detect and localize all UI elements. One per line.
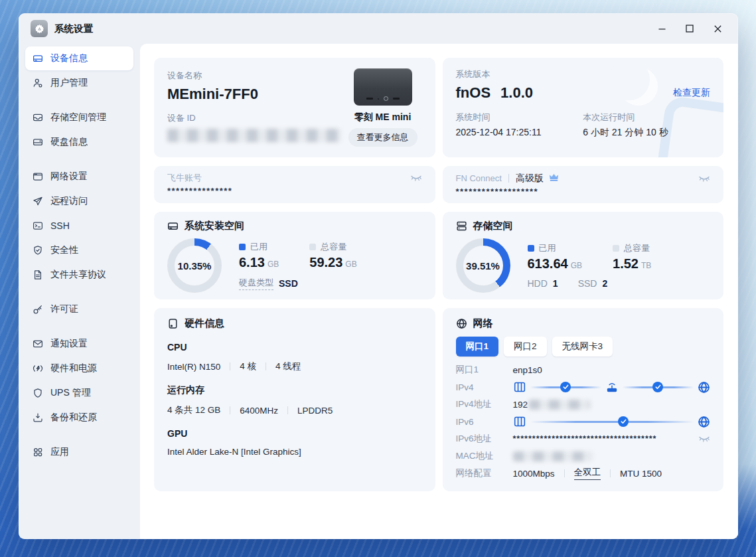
disk-type-label: 硬盘类型 bbox=[239, 277, 273, 290]
cpu-model: Intel(R) N150 bbox=[167, 362, 220, 372]
sidebar: 设备信息 用户管理 存储空间管理 硬盘信息 bbox=[19, 44, 140, 539]
total-unit: GB bbox=[345, 260, 356, 269]
maximize-button[interactable] bbox=[676, 17, 704, 40]
ipv4-address-prefix: 192 bbox=[513, 400, 528, 410]
sidebar-item-backup-restore[interactable]: 备份和还原 bbox=[25, 406, 133, 430]
minimize-button[interactable] bbox=[648, 17, 676, 40]
eye-closed-icon[interactable] bbox=[698, 174, 710, 183]
sidebar-item-user-management[interactable]: 用户管理 bbox=[25, 71, 133, 95]
ipv4-label: IPv4 bbox=[456, 381, 513, 393]
view-more-button[interactable]: 查看更多信息 bbox=[348, 128, 417, 147]
sidebar-item-ups[interactable]: UPS 管理 bbox=[25, 381, 133, 405]
sidebar-item-file-sharing[interactable]: 文件共享协议 bbox=[25, 263, 133, 287]
used-legend-swatch bbox=[528, 245, 534, 252]
sidebar-item-disk-info[interactable]: 硬盘信息 bbox=[25, 130, 133, 154]
terminal-icon bbox=[33, 220, 43, 231]
network-card: 网络 网口1 网口2 无线网卡3 网口1 enp1s0 IPv4 bbox=[443, 308, 724, 491]
total-legend-swatch bbox=[309, 244, 316, 250]
eye-closed-icon[interactable] bbox=[410, 173, 422, 183]
os-name: fnOS bbox=[456, 84, 491, 102]
ssd-label: SSD bbox=[578, 278, 597, 289]
backup-icon bbox=[33, 412, 43, 423]
router-icon bbox=[605, 381, 619, 394]
sidebar-item-label: 文件共享协议 bbox=[50, 269, 106, 281]
uptime-label: 本次运行时间 bbox=[583, 112, 710, 123]
eye-closed-icon[interactable] bbox=[698, 434, 710, 443]
fn-account-value: *************** bbox=[167, 186, 422, 196]
ssd-count: 2 bbox=[602, 278, 607, 289]
fn-connect-card: FN Connect 高级版 ******************* bbox=[443, 166, 724, 203]
device-photo bbox=[354, 68, 412, 106]
network-tabs: 网口1 网口2 无线网卡3 bbox=[456, 337, 711, 357]
crown-icon bbox=[548, 172, 560, 185]
ram-speed: 6400MHz bbox=[240, 406, 278, 416]
device-model: 零刻 ME mini bbox=[354, 112, 412, 123]
fn-connect-value: ******************* bbox=[456, 187, 711, 197]
total-value: 59.23 bbox=[309, 255, 342, 270]
ipv4-address-label: IPv4地址 bbox=[456, 398, 513, 410]
duplex-mode: 全双工 bbox=[574, 467, 601, 480]
mtu: MTU 1500 bbox=[620, 469, 662, 479]
check-icon bbox=[560, 382, 571, 392]
shield-check-icon bbox=[33, 245, 43, 256]
sidebar-item-license[interactable]: 许可证 bbox=[25, 297, 133, 321]
version-label: 系统版本 bbox=[456, 68, 711, 80]
system-time-label: 系统时间 bbox=[456, 112, 583, 123]
network-title: 网络 bbox=[473, 317, 493, 330]
sidebar-item-label: 硬盘信息 bbox=[50, 136, 88, 148]
device-card: 设备名称 MEmini-7FF0 设备 ID 零刻 ME mini 查看更多信息 bbox=[154, 58, 435, 157]
sidebar-item-network-settings[interactable]: 网络设置 bbox=[25, 165, 133, 189]
internet-globe-icon bbox=[698, 381, 710, 394]
os-version: 1.0.0 bbox=[500, 84, 533, 102]
power-icon bbox=[33, 363, 43, 374]
tab-port1[interactable]: 网口1 bbox=[456, 337, 499, 357]
shield-icon bbox=[33, 388, 43, 398]
tab-port2[interactable]: 网口2 bbox=[504, 337, 547, 357]
sidebar-item-label: 备份和还原 bbox=[50, 412, 97, 424]
sidebar-item-device-info[interactable]: 设备信息 bbox=[25, 46, 133, 70]
total-label: 总容量 bbox=[624, 242, 650, 254]
sidebar-item-label: 设备信息 bbox=[50, 52, 88, 64]
sidebar-item-storage-pool[interactable]: 存储空间管理 bbox=[25, 106, 133, 129]
sidebar-item-remote-access[interactable]: 远程访问 bbox=[25, 189, 133, 213]
hdd-label: HDD bbox=[528, 278, 548, 289]
hardware-info-card: 硬件信息 CPU Intel(R) N150 4 核 4 线程 运行内存 4 条… bbox=[154, 308, 435, 491]
sidebar-item-ssh[interactable]: SSH bbox=[25, 214, 133, 238]
storage-percent: 39.51% bbox=[466, 260, 500, 272]
network-config-label: 网络配置 bbox=[456, 467, 513, 479]
nas-icon bbox=[513, 416, 526, 428]
paper-plane-icon bbox=[33, 196, 43, 206]
check-icon bbox=[618, 416, 629, 427]
sidebar-item-hardware-power[interactable]: 硬件和电源 bbox=[25, 357, 133, 380]
ipv6-address-label: IPv6地址 bbox=[456, 433, 513, 445]
total-label: 总容量 bbox=[321, 241, 346, 253]
check-icon bbox=[652, 382, 663, 392]
close-button[interactable] bbox=[704, 17, 731, 40]
total-legend-swatch bbox=[613, 245, 619, 252]
sidebar-item-security[interactable]: 安全性 bbox=[25, 238, 133, 262]
sidebar-item-label: 许可证 bbox=[50, 303, 78, 315]
nas-icon bbox=[513, 381, 526, 393]
used-value: 6.13 bbox=[239, 255, 265, 270]
sidebar-item-notifications[interactable]: 通知设置 bbox=[25, 332, 133, 356]
storage-pool-icon bbox=[33, 112, 43, 123]
cpu-threads: 4 线程 bbox=[275, 360, 301, 372]
document-icon bbox=[33, 270, 43, 280]
used-label: 已用 bbox=[539, 242, 556, 254]
system-version-card: 系统版本 fnOS 1.0.0 检查更新 系统时间 2025-12-04 17:… bbox=[443, 58, 724, 157]
used-unit: GB bbox=[267, 260, 279, 269]
cpu-label: CPU bbox=[167, 342, 422, 353]
link-speed: 1000Mbps bbox=[513, 469, 555, 479]
check-update-link[interactable]: 检查更新 bbox=[673, 87, 710, 99]
ram-type: LPDDR5 bbox=[297, 406, 333, 416]
ipv6-connection-diagram bbox=[513, 416, 711, 428]
used-label: 已用 bbox=[250, 241, 267, 253]
port-label: 网口1 bbox=[456, 364, 513, 376]
uptime: 6 小时 21 分钟 10 秒 bbox=[583, 127, 710, 139]
tab-wireless3[interactable]: 无线网卡3 bbox=[552, 337, 613, 357]
sidebar-item-apps[interactable]: 应用 bbox=[25, 440, 133, 464]
sidebar-item-label: 安全性 bbox=[50, 244, 78, 256]
gpu-label: GPU bbox=[167, 428, 422, 439]
fn-account-card: 飞牛账号 *************** bbox=[154, 166, 435, 203]
chip-icon bbox=[167, 318, 179, 329]
